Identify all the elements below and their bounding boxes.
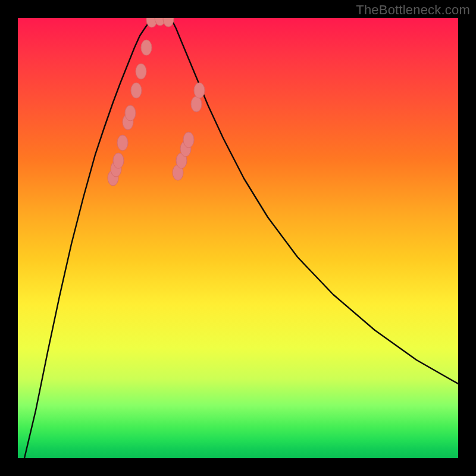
- marker-right-markers: [191, 96, 202, 112]
- plot-area: [18, 18, 458, 458]
- watermark-text: TheBottleneck.com: [356, 2, 470, 18]
- marker-left-markers: [141, 40, 152, 55]
- marker-group: [108, 18, 205, 186]
- marker-left-markers: [117, 135, 128, 151]
- curve-group: [24, 19, 458, 458]
- series-right-curve: [171, 19, 458, 384]
- chart-svg: [18, 18, 458, 458]
- marker-left-markers: [131, 83, 142, 98]
- marker-right-markers: [183, 132, 194, 148]
- marker-right-markers: [194, 83, 205, 98]
- marker-left-markers: [136, 64, 146, 79]
- chart-frame: TheBottleneck.com: [0, 0, 476, 476]
- marker-left-markers: [125, 105, 136, 121]
- marker-bottom-markers: [163, 18, 174, 27]
- marker-left-markers: [113, 153, 124, 168]
